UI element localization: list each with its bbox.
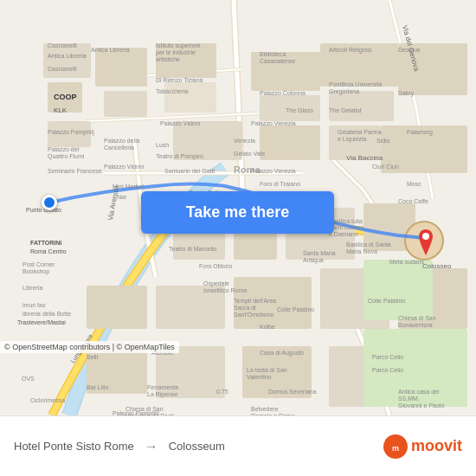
svg-text:Cascianelli: Cascianelli <box>48 66 77 72</box>
svg-text:Lush: Lush <box>156 142 169 148</box>
svg-text:Chiesa di San: Chiesa di San <box>398 315 436 321</box>
svg-text:Palazzo Venezia: Palazzo Venezia <box>251 168 296 174</box>
moovit-logo: m moovit <box>383 434 462 459</box>
svg-text:Roma Centro: Roma Centro <box>30 248 67 254</box>
svg-text:libreria della Botte: libreria della Botte <box>23 311 71 317</box>
svg-text:e Liquirizia: e Liquirizia <box>338 136 367 143</box>
svg-text:Templi dell'Area: Templi dell'Area <box>234 298 276 305</box>
svg-text:Palazzo Pamphilj: Palazzo Pamphilj <box>48 129 94 136</box>
svg-text:Valentino: Valentino <box>247 374 272 380</box>
svg-text:Casanatense: Casanatense <box>260 58 295 64</box>
svg-text:Quattro Fiumi: Quattro Fiumi <box>48 153 85 160</box>
svg-text:Palazzo della: Palazzo della <box>104 138 140 144</box>
svg-text:KLK: KLK <box>54 106 68 114</box>
svg-text:Articoli Religiosi: Articoli Religiosi <box>329 47 372 54</box>
svg-rect-9 <box>43 43 91 78</box>
svg-text:Casa di Augusto: Casa di Augusto <box>260 350 304 357</box>
svg-text:Belvedere: Belvedere <box>251 406 279 412</box>
svg-text:Via Baccina: Via Baccina <box>346 154 383 162</box>
bottom-bar: Hotel Ponte Sisto Rome → Colosseum m moo… <box>0 415 476 476</box>
svg-text:Gelateria Panna: Gelateria Panna <box>338 129 382 135</box>
svg-text:Bookshop: Bookshop <box>23 268 49 275</box>
svg-text:Biblioteca: Biblioteca <box>260 51 286 57</box>
svg-text:Antiqua: Antiqua <box>303 257 324 264</box>
svg-text:Mosc: Mosc <box>407 181 421 187</box>
svg-rect-13 <box>104 91 147 117</box>
route-info: Hotel Ponte Sisto Rome → Colosseum <box>14 439 383 454</box>
svg-text:Palazzo Colonna: Palazzo Colonna <box>260 90 306 96</box>
svg-text:Foro Olitorio: Foro Olitorio <box>199 263 233 269</box>
svg-text:Domus Severiana: Domus Severiana <box>268 389 317 395</box>
svg-text:Parco Celio: Parco Celio <box>372 354 403 360</box>
svg-text:per le industrie: per le industrie <box>156 49 196 56</box>
svg-text:Ciuri Ciuri: Ciuri Ciuri <box>372 164 399 170</box>
svg-text:Istituto superiore: Istituto superiore <box>156 42 201 49</box>
svg-text:e Damiano: e Damiano <box>329 231 358 237</box>
svg-text:Fatamorg: Fatamorg <box>407 129 433 136</box>
svg-text:OVS: OVS <box>22 376 35 382</box>
svg-text:imun fax: imun fax <box>23 302 46 308</box>
svg-text:Libreria: Libreria <box>23 285 42 291</box>
svg-rect-22 <box>260 125 320 160</box>
svg-text:Antica Libreria: Antica Libreria <box>48 53 87 59</box>
svg-text:Desigue: Desigue <box>398 47 421 54</box>
map-container: Via del Genova Via Baccina Via Arenula L… <box>0 0 476 415</box>
svg-text:Sabry: Sabry <box>398 90 415 97</box>
svg-text:Maria Nova: Maria Nova <box>346 248 377 254</box>
svg-text:Palazzo Venezia: Palazzo Venezia <box>251 120 296 126</box>
svg-text:Gregoriana: Gregoriana <box>329 88 359 95</box>
svg-text:La Ripense: La Ripense <box>147 391 178 398</box>
svg-text:Coco Caffe: Coco Caffe <box>398 198 428 204</box>
svg-text:COOP: COOP <box>54 93 77 101</box>
take-me-there-button[interactable]: Take me there <box>141 191 334 234</box>
svg-text:Di Rienzo Tiziana: Di Rienzo Tiziana <box>156 77 203 83</box>
svg-text:Antica casa dei: Antica casa dei <box>398 389 440 395</box>
svg-rect-29 <box>87 286 147 329</box>
svg-text:Santuario dei Gatti: Santuario dei Gatti <box>164 168 215 174</box>
svg-text:Giovanni e Paolo: Giovanni e Paolo <box>398 402 444 408</box>
origin-dot <box>42 195 57 210</box>
svg-text:Colle Palatino: Colle Palatino <box>368 298 405 304</box>
svg-text:Bonaventura: Bonaventura <box>398 322 433 328</box>
svg-text:Venezia: Venezia <box>234 138 255 144</box>
svg-text:SS.MM.: SS.MM. <box>398 396 420 402</box>
svg-text:La testa di San: La testa di San <box>247 367 287 373</box>
svg-text:Mini Market: Mini Market <box>113 183 144 190</box>
svg-text:Ferramenta: Ferramenta <box>147 384 178 390</box>
svg-rect-19 <box>329 91 394 121</box>
destination-pin <box>415 229 436 255</box>
origin-label: Hotel Ponte Sisto Rome <box>14 440 134 453</box>
svg-text:Seminario Francese: Seminario Francese <box>48 168 102 174</box>
svg-text:Parco Celio: Parco Celio <box>372 367 403 373</box>
svg-text:Palazzo del: Palazzo del <box>48 146 80 152</box>
svg-text:m: m <box>392 444 399 453</box>
svg-text:Palazzo Vidoni: Palazzo Vidoni <box>104 164 145 170</box>
destination-label: Colosseum <box>169 440 225 453</box>
svg-rect-12 <box>95 48 147 87</box>
svg-text:Antica Libreria: Antica Libreria <box>91 47 130 53</box>
svg-text:Ciclorimessa: Ciclorimessa <box>30 397 65 403</box>
svg-point-149 <box>422 233 429 240</box>
svg-text:Gelato Vale: Gelato Vale <box>234 151 265 157</box>
svg-text:Cancelleria: Cancelleria <box>104 145 134 151</box>
moovit-text: moovit <box>411 437 462 455</box>
svg-text:Cascianelli: Cascianelli <box>48 42 77 48</box>
svg-text:Nar: Nar <box>117 194 127 200</box>
svg-text:Israelitico Roma: Israelitico Roma <box>203 287 247 293</box>
svg-text:Colosseo: Colosseo <box>422 262 452 270</box>
svg-text:Belli: Belli <box>87 354 99 360</box>
svg-text:Kolbe: Kolbe <box>260 324 275 330</box>
svg-text:Bar Lillo: Bar Lillo <box>87 384 108 390</box>
svg-text:Sidis: Sidis <box>376 138 390 144</box>
svg-text:The Gelatist: The Gelatist <box>329 107 362 113</box>
svg-text:Teatro di Marcello: Teatro di Marcello <box>169 246 216 252</box>
arrow-icon: → <box>145 439 158 454</box>
svg-text:The Glass: The Glass <box>286 107 313 113</box>
svg-text:Santa Maria: Santa Maria <box>303 250 336 256</box>
svg-text:Meta sudans: Meta sudans <box>389 259 425 265</box>
svg-text:Post Corner: Post Corner <box>23 261 55 267</box>
svg-text:Trastevere/Mastai: Trastevere/Mastai <box>17 319 66 325</box>
svg-text:Sacra di: Sacra di <box>234 305 256 311</box>
svg-text:Santi Cosma: Santi Cosma <box>329 224 363 230</box>
svg-text:0.75: 0.75 <box>216 389 228 395</box>
